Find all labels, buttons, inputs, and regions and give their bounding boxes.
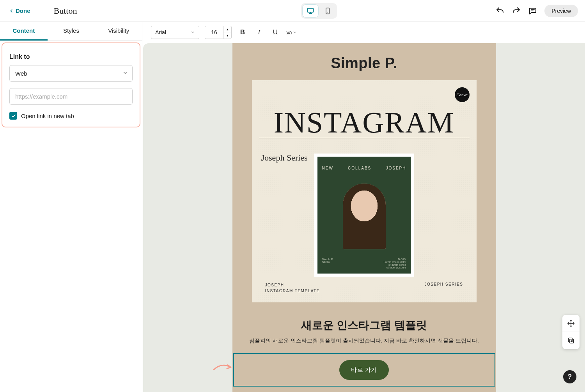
desktop-icon (307, 7, 314, 15)
template-footer-left-b: Studio (322, 261, 333, 263)
card-footer-right: JOSEPH SERIES (425, 282, 463, 294)
font-size-stepper[interactable]: 16 ▴ ▾ (205, 26, 232, 39)
link-url-input[interactable] (9, 88, 133, 105)
done-button[interactable]: Done (9, 7, 30, 14)
template-thumbnail: NEW COLLABS JOSEPH Simple P. Studio (314, 154, 414, 277)
check-icon (11, 113, 16, 118)
floating-tools (562, 315, 580, 349)
top-bar: Done Button Preview (0, 0, 585, 22)
undo-icon (495, 6, 505, 16)
tabs: Content Styles Visibility (0, 22, 142, 41)
tab-styles[interactable]: Styles (48, 22, 95, 41)
italic-button[interactable]: I (254, 27, 264, 38)
template-label-new: NEW (322, 166, 333, 170)
promo-description: 심플피의 새로운 인스타그램 템플릿이 출시되었습니다. 지금 바로 확인하시면… (232, 337, 496, 353)
help-button[interactable]: ? (563, 370, 576, 383)
template-label-joseph: JOSEPH (386, 166, 406, 170)
template-footer-right-b: Lorem ipsum dolor (384, 261, 406, 263)
font-size-down[interactable]: ▾ (223, 32, 231, 39)
font-family-value: Arial (155, 29, 166, 35)
comments-button[interactable] (528, 6, 537, 16)
svg-point-2 (327, 12, 328, 13)
comment-icon (528, 6, 537, 16)
move-icon (567, 320, 575, 327)
card-footer-left-b: INSTAGRAM TEMPLATE (265, 288, 320, 294)
instagram-card: Canva INSTAGRAM Joseph Series NEW COLLAB… (252, 80, 477, 302)
editor-area: Arial 16 ▴ ▾ B I U VA Simple P. (142, 22, 585, 392)
email-canvas: Simple P. Canva INSTAGRAM Joseph Series … (232, 43, 496, 392)
open-new-tab-checkbox[interactable] (9, 112, 17, 120)
link-to-panel: Link to Web Open link in new tab (2, 42, 140, 127)
device-desktop-button[interactable] (303, 5, 318, 17)
open-new-tab-label: Open link in new tab (21, 113, 74, 119)
redo-button[interactable] (512, 6, 521, 16)
chevron-down-icon (293, 30, 297, 34)
tab-visibility[interactable]: Visibility (95, 22, 142, 41)
template-footer-right-a: D-DAY (384, 258, 406, 261)
duplicate-tool[interactable] (562, 332, 580, 349)
chevron-left-icon (9, 8, 14, 14)
tab-content[interactable]: Content (0, 22, 48, 41)
letter-spacing-button[interactable]: VA (286, 30, 297, 35)
font-size-up[interactable]: ▴ (223, 26, 231, 32)
device-toggle (301, 3, 337, 19)
svg-rect-0 (307, 8, 313, 12)
instagram-subtitle: Joseph Series (261, 153, 308, 163)
letter-spacing-icon: VA (286, 30, 292, 35)
brand-title: Simple P. (232, 43, 496, 80)
mobile-icon (324, 7, 332, 15)
link-to-label: Link to (9, 53, 133, 60)
card-footer-left-a: JOSEPH (265, 282, 320, 288)
preview-button[interactable]: Preview (544, 5, 578, 17)
sidebar: Content Styles Visibility Link to Web Op… (0, 22, 142, 392)
move-tool[interactable] (562, 315, 580, 332)
font-family-select[interactable]: Arial (151, 26, 199, 39)
redo-icon (512, 6, 521, 16)
template-footer-right-d: ut facer posuere (384, 266, 406, 269)
underline-button[interactable]: U (270, 27, 281, 38)
cta-button[interactable]: 바로 가기 (339, 360, 389, 380)
canva-badge: Canva (455, 87, 470, 102)
promo-title: 새로운 인스타그램 템플릿 (232, 302, 496, 337)
done-label: Done (16, 7, 30, 14)
duplicate-icon (567, 337, 575, 344)
template-label-collabs: COLLABS (348, 166, 371, 170)
undo-button[interactable] (495, 6, 505, 16)
template-footer-right-c: sit amet conse (384, 263, 406, 266)
template-footer-left-a: Simple P. (322, 258, 333, 261)
selected-button-block[interactable]: 바로 가기 (233, 353, 495, 387)
canvas[interactable]: Simple P. Canva INSTAGRAM Joseph Series … (143, 43, 585, 392)
font-size-value: 16 (205, 26, 223, 39)
format-bar: Arial 16 ▴ ▾ B I U VA (142, 22, 585, 43)
portrait-image (343, 184, 386, 249)
annotation-arrow-icon (213, 362, 233, 375)
device-mobile-button[interactable] (320, 5, 335, 17)
instagram-title: INSTAGRAM (259, 80, 470, 138)
link-type-select[interactable]: Web (9, 65, 133, 82)
panel-title: Button (54, 6, 77, 16)
bold-button[interactable]: B (237, 27, 248, 38)
chevron-down-icon (190, 30, 195, 35)
